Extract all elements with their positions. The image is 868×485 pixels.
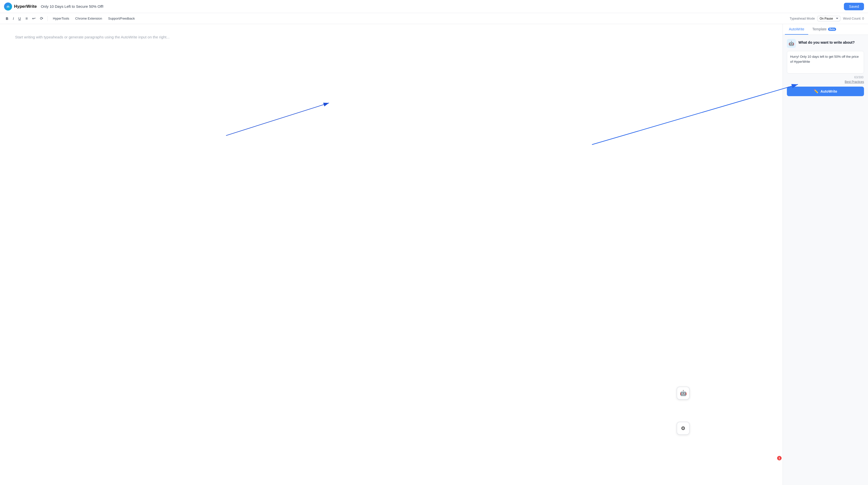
hyperwrite-logo-icon [4, 2, 12, 10]
notification-badge: 1 [777, 456, 782, 460]
word-count-display: Word Count: 0 [843, 17, 864, 20]
svg-point-0 [6, 4, 10, 9]
list-button[interactable]: ≡ [24, 15, 29, 22]
right-panel: AutoWrite Template Beta 🤖 What do you wa… [783, 24, 868, 485]
floating-robot-button[interactable]: 🤖 [677, 387, 690, 400]
underline-button[interactable]: U [17, 15, 23, 22]
prompt-question: What do you want to write about? [799, 40, 855, 44]
editor-placeholder: Start writing with typeaheads or generat… [15, 35, 169, 39]
robot-avatar-icon: 🤖 [787, 39, 796, 48]
gear-icon: ⚙ [681, 425, 685, 431]
hypertools-button[interactable]: HyperTools [50, 15, 71, 21]
support-feedback-button[interactable]: Support/Feedback [105, 15, 137, 21]
toolbar-right: Typeahead Mode On Pause Always On Off Wo… [789, 16, 864, 21]
promo-banner: Only 10 Days Left to Secure 50% Off! [41, 4, 103, 8]
svg-point-2 [8, 7, 9, 7]
beta-badge: Beta [828, 28, 836, 31]
typeahead-mode-label: Typeahead Mode [789, 17, 815, 20]
bold-button[interactable]: B [4, 15, 10, 22]
main-layout: Start writing with typeaheads or generat… [0, 24, 868, 485]
logo-text: HyperWrite [14, 4, 37, 9]
navbar: HyperWrite Only 10 Days Left to Secure 5… [0, 0, 868, 13]
autowrite-textarea[interactable]: Hurry! Only 10 days left to get 50% off … [787, 51, 864, 73]
editor-area[interactable]: Start writing with typeaheads or generat… [0, 24, 783, 485]
history-button[interactable]: ⟳ [38, 15, 45, 22]
tab-template[interactable]: Template Beta [808, 24, 840, 35]
arrow-overlay [0, 24, 783, 485]
toolbar-separator [48, 16, 48, 21]
chrome-extension-button[interactable]: Chrome Extension [73, 15, 105, 21]
undo-button[interactable]: ↩ [30, 15, 37, 22]
autowrite-button[interactable]: ✏️ AutoWrite [787, 87, 864, 96]
pencil-icon: ✏️ [814, 89, 818, 94]
best-practices-link[interactable]: Best Practices [787, 80, 864, 84]
saved-button[interactable]: Saved [844, 3, 864, 10]
prompt-header: 🤖 What do you want to write about? [787, 39, 864, 48]
char-count-row: 63/300 [787, 74, 864, 80]
logo-area: HyperWrite [4, 2, 37, 10]
italic-button[interactable]: I [11, 15, 16, 22]
toolbar: B I U ≡ ↩ ⟳ HyperTools Chrome Extension … [0, 13, 868, 24]
floating-settings-button[interactable]: ⚙ [677, 422, 690, 435]
svg-point-1 [7, 7, 8, 7]
navbar-right: Saved [844, 3, 864, 10]
tab-autowrite[interactable]: AutoWrite [785, 24, 808, 35]
char-count: 63/300 [854, 75, 864, 79]
panel-content: 🤖 What do you want to write about? Hurry… [783, 35, 868, 485]
typeahead-mode-select[interactable]: On Pause Always On Off [817, 16, 840, 21]
panel-tabs: AutoWrite Template Beta [783, 24, 868, 35]
